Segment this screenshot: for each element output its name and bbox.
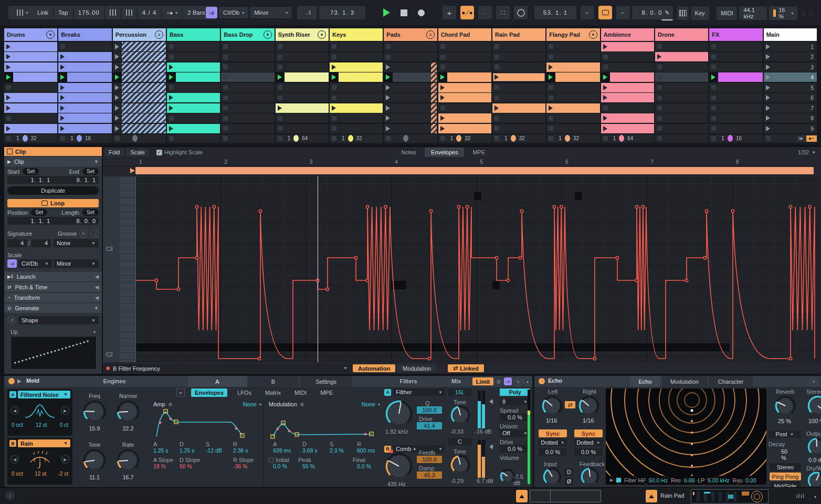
- clip-slot[interactable]: [58, 103, 111, 113]
- clip-slot[interactable]: [58, 52, 111, 61]
- clip-loop-button[interactable]: Loop: [7, 199, 99, 207]
- stop-all-clips-button[interactable]: ‖▶: [797, 135, 805, 142]
- clip-slot[interactable]: [709, 93, 762, 102]
- clip-slot[interactable]: [113, 103, 166, 113]
- clip-slot[interactable]: [709, 52, 762, 61]
- signature-numerator-field[interactable]: 4: [7, 239, 27, 247]
- envelope-parameter-menu[interactable]: B Filter Frequency▼: [103, 364, 351, 372]
- echo-left-knob[interactable]: [542, 395, 563, 417]
- device-chain-overview[interactable]: [691, 489, 769, 503]
- scene-slot-4[interactable]: 4: [764, 72, 817, 82]
- clip-slot[interactable]: [709, 83, 762, 92]
- clip-slot[interactable]: [601, 62, 654, 72]
- amp-r-slope[interactable]: -36 %: [233, 463, 247, 469]
- subtab-matrix[interactable]: Matrix: [261, 388, 285, 397]
- clip-slot[interactable]: [113, 113, 166, 123]
- scene-slot-5[interactable]: 5: [764, 83, 817, 92]
- stop-slot-icon[interactable]: [711, 116, 716, 121]
- subtab-envelopes[interactable]: Envelopes: [191, 388, 227, 397]
- linked-button[interactable]: ⇄Linked: [448, 364, 484, 372]
- mod-attack[interactable]: 939 ms: [269, 447, 302, 454]
- piano-keybed[interactable]: [120, 176, 135, 362]
- mode-pingpong-button[interactable]: Ping Pong: [770, 472, 801, 480]
- stop-slot-icon[interactable]: [223, 106, 228, 110]
- amp-release[interactable]: 2.36 s: [233, 447, 248, 454]
- engine-a-cents[interactable]: 0 ct: [60, 422, 68, 428]
- clip-slot[interactable]: [276, 52, 329, 61]
- clip-slot[interactable]: [113, 124, 166, 133]
- stop-slot-icon[interactable]: [603, 55, 608, 59]
- clip-slot[interactable]: [546, 103, 599, 113]
- clip-slot[interactable]: [221, 124, 274, 133]
- filter-a-menu[interactable]: Filther▼: [393, 388, 445, 396]
- stop-slot-icon[interactable]: [711, 55, 716, 59]
- filter-a-drive-value[interactable]: 41.4: [417, 422, 442, 429]
- engine-b-next-icon[interactable]: ▶: [61, 455, 69, 464]
- re-enable-automation-icon[interactable]: ←: [478, 6, 492, 19]
- echo-tunnel-display[interactable]: ▶ Filter HP 50.0 Hz Res 0.00 LP 5.00 kHz…: [606, 388, 766, 485]
- chevron-down-icon[interactable]: ▾: [318, 30, 326, 39]
- capture-midi-icon[interactable]: ⛶: [496, 6, 510, 19]
- mod-release[interactable]: 600 ms: [357, 447, 375, 454]
- stop-slot-icon[interactable]: [603, 106, 608, 110]
- mode-stereo-button[interactable]: Stereo: [770, 463, 801, 471]
- track-header-bass-drop[interactable]: Bass Drop▾: [221, 28, 274, 41]
- track-stop-cell-fx[interactable]: 116: [709, 134, 762, 143]
- group-menu-icon[interactable]: ≡: [426, 30, 435, 39]
- clip-slot[interactable]: [4, 113, 57, 123]
- stop-all-track-icon[interactable]: [549, 136, 553, 141]
- clip-slot[interactable]: [709, 62, 762, 72]
- clip-slot[interactable]: [4, 62, 57, 72]
- stereo-value[interactable]: 100 %: [808, 418, 821, 424]
- grid-setting[interactable]: 1/32▼: [798, 149, 816, 155]
- clip-slot[interactable]: [492, 113, 545, 123]
- clip-slot[interactable]: [655, 103, 708, 113]
- stop-slot-icon[interactable]: [657, 96, 662, 100]
- metronome-button[interactable]: ○●▾: [162, 6, 183, 19]
- clip-slot[interactable]: [276, 62, 329, 72]
- nudge-down-button[interactable]: [105, 6, 121, 19]
- tab-mpe[interactable]: MPE: [466, 148, 491, 157]
- link-button[interactable]: Link: [33, 6, 54, 19]
- meld-tab-settings[interactable]: Settings: [300, 376, 352, 387]
- track-header-rain-pad[interactable]: Rain Pad: [492, 28, 545, 41]
- stop-slot-icon[interactable]: [494, 116, 499, 121]
- loop-start-marker-icon[interactable]: [130, 168, 135, 173]
- stop-slot-icon[interactable]: [494, 126, 499, 131]
- pitch-time-section-header[interactable]: ⇄Pitch & Time◀: [4, 282, 102, 292]
- clip-slot[interactable]: [546, 62, 599, 72]
- clip-slot[interactable]: [438, 52, 491, 61]
- punch-in-icon[interactable]: ⌐: [581, 6, 594, 19]
- stop-slot-icon[interactable]: [494, 55, 499, 59]
- clip-slot[interactable]: [601, 113, 654, 123]
- stereo-knob[interactable]: [807, 395, 821, 417]
- clip-slot[interactable]: [330, 62, 383, 72]
- filter-a-freq-knob[interactable]: [385, 400, 413, 428]
- stop-slot-icon[interactable]: [169, 85, 174, 90]
- mix-a-fader[interactable]: [478, 391, 488, 428]
- stop-slot-icon[interactable]: [494, 85, 499, 90]
- clip-slot[interactable]: [113, 42, 166, 51]
- output-knob[interactable]: [807, 437, 821, 457]
- tab-notes[interactable]: Notes: [395, 148, 423, 157]
- stop-slot-icon[interactable]: [494, 44, 499, 49]
- clip-slot[interactable]: [276, 113, 329, 123]
- commit-groove-icon[interactable]: ↻: [79, 229, 88, 238]
- clip-slot[interactable]: [113, 83, 166, 92]
- stop-all-track-icon[interactable]: [223, 136, 228, 141]
- stop-all-track-icon[interactable]: [332, 136, 336, 141]
- stop-all-track-icon[interactable]: [169, 136, 174, 141]
- stop-slot-icon[interactable]: [657, 116, 662, 121]
- track-header-keys[interactable]: Keys: [330, 28, 383, 41]
- midi-map-button[interactable]: MIDI: [717, 6, 737, 20]
- echo-tab-modulation[interactable]: Modulation: [662, 376, 707, 387]
- automation-arm-button[interactable]: ●⟋●: [460, 6, 474, 19]
- stop-all-track-icon[interactable]: [6, 136, 11, 141]
- clip-slot[interactable]: [384, 113, 437, 123]
- mod-final[interactable]: 0.0 %: [357, 463, 371, 469]
- phase-button[interactable]: Ø: [565, 478, 573, 485]
- stop-slot-icon[interactable]: [711, 126, 716, 131]
- stop-slot-icon[interactable]: [278, 65, 282, 69]
- spread-value[interactable]: 0.0 %: [500, 414, 530, 421]
- clip-slot[interactable]: [384, 72, 437, 82]
